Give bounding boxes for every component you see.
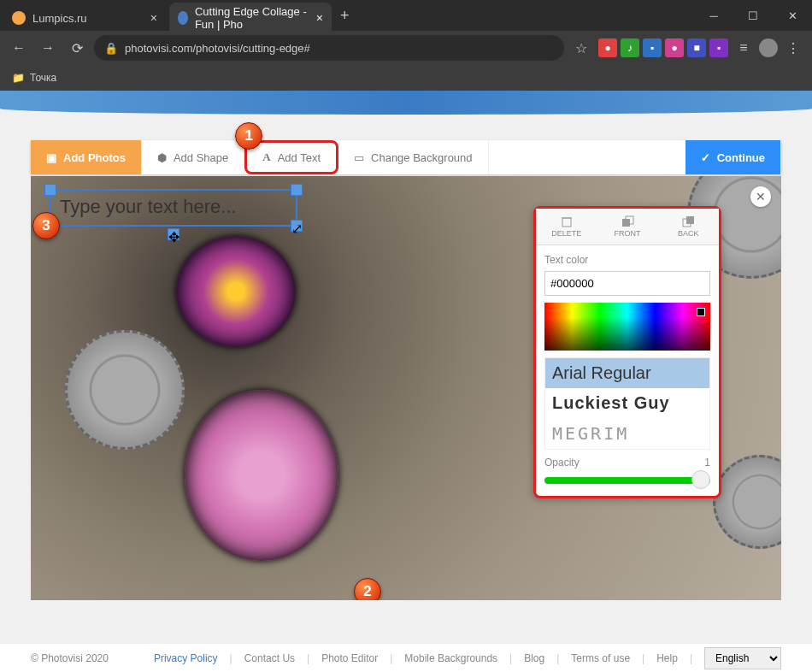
color-cursor[interactable] <box>697 308 705 316</box>
back-button[interactable]: ← <box>7 36 31 60</box>
footer-link[interactable]: Blog <box>524 652 544 664</box>
annotation-badge: 3 <box>32 212 60 239</box>
favicon-icon <box>12 11 26 25</box>
photo-hole <box>176 236 296 347</box>
new-tab-button[interactable]: + <box>340 7 350 25</box>
tab-title: Lumpics.ru <box>32 12 87 25</box>
editor-toolbar: ▣ Add Photos ⬢ Add Shape A Add Text 1 ▭ … <box>31 140 781 174</box>
tab-title: Cutting Edge Collage - Fun | Pho <box>195 5 316 31</box>
button-label: FRONT <box>614 229 640 238</box>
add-photos-button[interactable]: ▣ Add Photos <box>31 140 142 174</box>
text-icon: A <box>262 150 270 164</box>
button-label: BACK <box>678 229 699 238</box>
bookmark-label: Точка <box>30 72 56 84</box>
footer-link[interactable]: Contact Us <box>244 652 295 664</box>
favicon-icon <box>178 11 188 25</box>
svg-rect-0 <box>562 218 571 227</box>
move-handle[interactable]: ✥ <box>168 228 179 240</box>
text-placeholder[interactable]: Type your text here... <box>51 191 296 223</box>
extension-icon[interactable]: ▪ <box>643 38 662 57</box>
font-list[interactable]: Arial Regular Luckiest Guy MEGRIM <box>544 357 710 450</box>
send-back-button[interactable]: BACK <box>658 209 719 245</box>
browser-tab-active[interactable]: Cutting Edge Collage - Fun | Pho × <box>169 3 332 33</box>
check-icon: ✓ <box>701 151 710 164</box>
font-option[interactable]: MEGRIM <box>545 418 709 449</box>
color-input[interactable] <box>544 271 710 296</box>
browser-titlebar: Lumpics.ru × Cutting Edge Collage - Fun … <box>0 0 812 31</box>
bring-front-button[interactable]: FRONT <box>597 209 657 245</box>
page-content: ▣ Add Photos ⬢ Add Shape A Add Text 1 ▭ … <box>0 91 812 672</box>
button-label: Change Background <box>371 151 473 164</box>
star-icon[interactable]: ☆ <box>569 36 593 60</box>
collage-canvas[interactable]: ✕ Type your text here... ⤢ ✥ 3 DELETE <box>31 176 781 600</box>
copyright: © Photovisi 2020 <box>31 652 109 664</box>
add-shape-button[interactable]: ⬢ Add Shape <box>142 140 244 174</box>
text-properties-panel: DELETE FRONT BACK Text color <box>533 206 721 498</box>
extension-icon[interactable]: ● <box>665 38 684 57</box>
extension-icon[interactable]: ■ <box>687 38 706 57</box>
opacity-slider[interactable] <box>544 472 710 487</box>
forward-button[interactable]: → <box>36 36 60 60</box>
footer-link[interactable]: Photo Editor <box>321 652 378 664</box>
menu-icon[interactable]: ⋮ <box>781 36 805 60</box>
footer-link[interactable]: Help <box>656 652 678 664</box>
extension-icon[interactable]: ▪ <box>709 38 728 57</box>
close-icon[interactable]: × <box>150 11 157 25</box>
rotate-handle[interactable]: ⤢ <box>291 220 303 232</box>
resize-handle[interactable] <box>291 184 303 196</box>
profile-avatar[interactable] <box>759 38 778 57</box>
header-wave <box>0 91 812 115</box>
close-window-button[interactable]: ✕ <box>773 3 812 28</box>
font-option[interactable]: Arial Regular <box>545 358 709 388</box>
maximize-button[interactable]: ☐ <box>733 3 773 28</box>
shape-icon: ⬢ <box>157 151 167 164</box>
annotation-badge: 2 <box>354 578 381 600</box>
url-input[interactable]: 🔒 photovisi.com/photovisi/cutting-edge# <box>94 35 564 61</box>
button-label: Add Text <box>278 151 321 164</box>
extension-icon[interactable]: ♪ <box>621 38 639 57</box>
image-icon: ▭ <box>354 151 364 164</box>
text-color-label: Text color <box>544 254 710 266</box>
button-label: Add Photos <box>63 151 126 164</box>
language-select[interactable]: English <box>704 647 781 669</box>
url-text: photovisi.com/photovisi/cutting-edge# <box>125 42 310 55</box>
opacity-value: 1 <box>704 457 710 469</box>
photo-hole <box>185 390 338 561</box>
bookmark-bar: 📁 Точка <box>0 65 812 91</box>
browser-tab[interactable]: Lumpics.ru × <box>3 3 166 33</box>
back-icon <box>681 215 695 227</box>
button-label: DELETE <box>551 229 581 238</box>
footer-link[interactable]: Mobile Backgrounds <box>404 652 497 664</box>
annotation-badge: 1 <box>235 122 262 150</box>
delete-button[interactable]: DELETE <box>536 209 597 245</box>
minimize-button[interactable]: ─ <box>694 3 733 28</box>
reading-list-icon[interactable]: ≡ <box>732 36 756 60</box>
footer-link[interactable]: Privacy Policy <box>154 652 218 664</box>
button-label: Continue <box>717 151 765 164</box>
footer-link[interactable]: Terms of use <box>571 652 630 664</box>
text-element[interactable]: Type your text here... ⤢ ✥ <box>50 189 297 227</box>
trash-icon <box>560 215 574 227</box>
resize-handle[interactable] <box>44 184 56 196</box>
slider-track <box>544 477 710 484</box>
slider-thumb[interactable] <box>691 470 710 489</box>
add-text-button[interactable]: A Add Text 1 <box>244 140 338 174</box>
canvas-close-button[interactable]: ✕ <box>750 186 771 207</box>
change-background-button[interactable]: ▭ Change Background <box>338 140 489 174</box>
front-icon <box>621 215 634 227</box>
gear-graphic <box>65 330 185 450</box>
reload-button[interactable]: ⟳ <box>65 36 89 60</box>
folder-icon: 📁 <box>12 72 25 84</box>
address-bar: ← → ⟳ 🔒 photovisi.com/photovisi/cutting-… <box>0 31 812 65</box>
button-label: Add Shape <box>174 151 228 164</box>
color-picker[interactable] <box>544 303 710 351</box>
bookmark-item[interactable]: 📁 Точка <box>12 72 56 84</box>
page-footer: © Photovisi 2020 Privacy Policy| Contact… <box>0 643 812 672</box>
photos-icon: ▣ <box>46 151 56 164</box>
lock-icon: 🔒 <box>104 42 118 55</box>
continue-button[interactable]: ✓ Continue <box>685 140 781 174</box>
opacity-label: Opacity <box>544 457 580 469</box>
extension-icon[interactable]: ● <box>598 38 617 57</box>
font-option[interactable]: Luckiest Guy <box>545 388 709 418</box>
close-icon[interactable]: × <box>316 11 323 25</box>
